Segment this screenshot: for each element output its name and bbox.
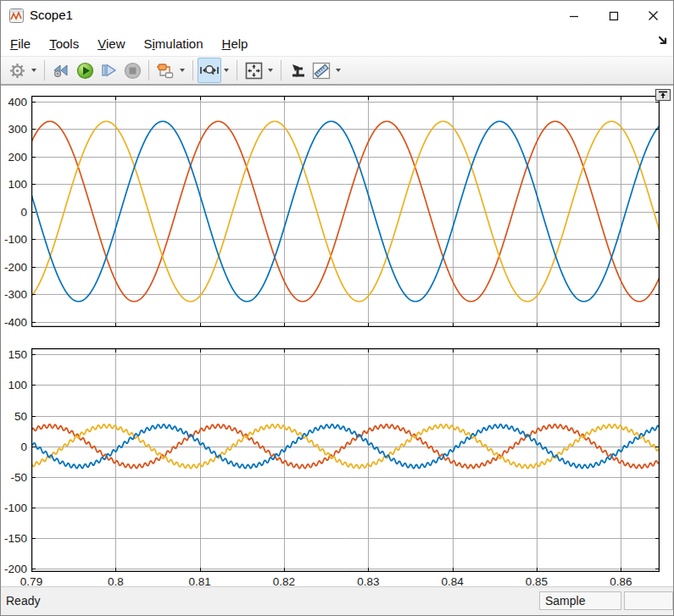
menu-item-simulation[interactable]: Simulation <box>134 36 212 51</box>
y-tick-label: -50 <box>10 470 27 483</box>
toolbar-separator <box>148 60 149 80</box>
menu-item-help[interactable]: Help <box>213 36 258 51</box>
settings-dropdown-caret[interactable] <box>31 69 36 72</box>
voltage-plot-canvas[interactable] <box>31 96 660 327</box>
scope-window: Scope1 FileToolsViewSimulationHelp <box>0 0 674 616</box>
simulink-block-icon <box>156 62 175 80</box>
y-tick-label: 400 <box>8 95 27 108</box>
dock-arrow-icon[interactable] <box>657 35 669 47</box>
ruler-icon <box>312 62 331 80</box>
y-tick-label: -200 <box>4 260 27 273</box>
measurements-button[interactable] <box>309 58 333 83</box>
settings-button[interactable] <box>5 58 29 83</box>
fit-to-view-dropdown-caret[interactable] <box>268 69 273 72</box>
gear-icon <box>9 63 25 79</box>
y-tick-label: 150 <box>8 348 27 361</box>
highlight-simulink-block-button[interactable] <box>153 58 177 83</box>
toolbar <box>1 56 673 85</box>
fit-to-view-icon <box>245 62 263 80</box>
trigger-button[interactable] <box>286 58 309 83</box>
titlebar: Scope1 <box>1 1 673 31</box>
step-back-icon <box>52 62 70 79</box>
y-tick-label: -100 <box>4 233 27 246</box>
status-text: Ready <box>6 594 40 608</box>
y-tick-label: -150 <box>4 532 27 545</box>
plot-panel: 4003002001000-100-200-300-400150100500-5… <box>1 85 673 587</box>
minimize-icon <box>569 11 579 21</box>
menu-item-tools[interactable]: Tools <box>40 36 88 51</box>
toolbar-separator <box>237 60 237 80</box>
measurements-dropdown-caret[interactable] <box>336 69 341 72</box>
y-tick-label: -300 <box>4 288 27 301</box>
step-forward-button[interactable] <box>97 58 120 83</box>
run-button[interactable] <box>73 58 97 83</box>
step-forward-icon <box>100 62 118 79</box>
maximize-axes-icon <box>658 91 668 99</box>
toolbar-separator <box>44 60 45 80</box>
zoom-icon <box>199 62 220 79</box>
toolbar-separator <box>281 60 281 80</box>
y-tick-label: 0 <box>20 440 27 452</box>
zoom-dropdown-caret[interactable] <box>224 69 229 72</box>
trigger-icon <box>289 62 307 79</box>
y-tick-label: 0 <box>20 205 27 218</box>
menubar: FileToolsViewSimulationHelp <box>1 31 673 56</box>
status-field-sample: Sample <box>539 591 621 610</box>
y-tick-label: -200 <box>4 563 27 575</box>
y-tick-label: 100 <box>8 178 27 191</box>
highlight-block-dropdown-caret[interactable] <box>180 69 185 72</box>
window-controls <box>554 1 673 31</box>
scope-app-icon <box>9 8 24 23</box>
maximize-axes-button[interactable] <box>655 89 671 101</box>
stop-button[interactable] <box>120 58 144 83</box>
toolbar-separator <box>192 60 193 80</box>
maximize-button[interactable] <box>593 1 633 31</box>
fit-to-view-button[interactable] <box>242 58 265 83</box>
y-tick-label: 100 <box>8 379 27 391</box>
close-icon <box>648 10 659 21</box>
maximize-icon <box>609 11 619 21</box>
run-icon <box>76 62 94 80</box>
y-tick-label: 200 <box>8 150 27 163</box>
minimize-button[interactable] <box>554 1 593 31</box>
stop-icon <box>124 62 142 80</box>
y-tick-label: 300 <box>8 123 27 136</box>
menu-item-view[interactable]: View <box>88 36 134 51</box>
status-field-empty <box>624 591 673 610</box>
window-title: Scope1 <box>30 8 73 22</box>
y-tick-label: 50 <box>14 409 27 422</box>
statusbar: Ready Sample <box>1 586 673 615</box>
current-plot-canvas[interactable] <box>31 348 660 572</box>
menu-item-file[interactable]: File <box>1 36 40 51</box>
step-back-button[interactable] <box>49 58 73 83</box>
zoom-button[interactable] <box>198 58 221 83</box>
y-tick-label: -100 <box>4 502 27 514</box>
close-button[interactable] <box>633 1 673 31</box>
y-tick-label: -400 <box>4 315 27 328</box>
